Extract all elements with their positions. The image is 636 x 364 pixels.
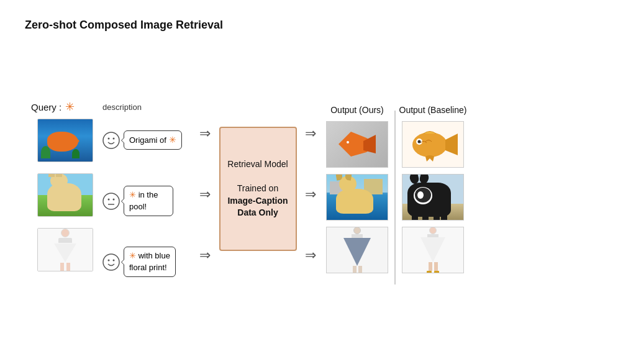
output-ours-image-1 [326, 121, 388, 168]
out-arrow-icon-3: ⇒ [305, 247, 316, 263]
query-text: Query : [31, 102, 61, 112]
main-container: Zero-shot Composed Image Retrieval Query… [0, 0, 636, 364]
output-ours-image-3 [326, 227, 388, 273]
arrow-from-model-2: ⇒ [305, 170, 316, 219]
arrow-to-model-1: ⇒ [199, 109, 211, 158]
arrow-icon-3: ⇒ [199, 247, 211, 263]
model-box: Retrieval Model Trained on Image-Caption… [219, 127, 297, 251]
arrow-to-model-3: ⇒ [199, 230, 211, 280]
svg-point-9 [113, 259, 115, 261]
svg-point-13 [412, 132, 447, 157]
output-ours-image-2 [326, 174, 388, 221]
svg-point-2 [113, 137, 115, 139]
arrow-from-model-3: ⇒ [305, 230, 316, 280]
out-arrow-icon-1: ⇒ [305, 125, 316, 142]
model-label: Retrieval Model [227, 159, 288, 169]
query-image-1 [37, 119, 93, 162]
desc-star-2: ✳ [129, 190, 136, 199]
description-column: description Origami of ✳ [102, 83, 193, 296]
svg-point-4 [108, 198, 110, 200]
query-item-2 [37, 173, 93, 217]
svg-point-3 [103, 193, 119, 209]
speech-bubble-3: ✳ with bluefloral print! [124, 247, 176, 276]
query-image-3 [37, 228, 93, 271]
desc-item-3: ✳ with bluefloral print! [102, 237, 176, 287]
output-baseline-items [402, 121, 464, 273]
diagram: Query : ✳ [25, 44, 611, 334]
desc-item-2: ✳ in thepool! [102, 176, 173, 226]
arrow-to-model-2: ⇒ [199, 170, 211, 219]
cartoon-fish-svg [408, 124, 458, 165]
arrows-from-model: ⇒ ⇒ ⇒ [298, 89, 323, 289]
query-column: Query : ✳ [25, 100, 106, 278]
desc-star-1: ✳ [169, 135, 176, 145]
query-item-1 [37, 119, 93, 162]
smiley-1 [102, 132, 120, 149]
output-ours-items [326, 121, 388, 273]
arrow-from-model-1: ⇒ [305, 109, 316, 158]
model-trained: Trained on [237, 183, 278, 193]
out-arrow-icon-2: ⇒ [305, 186, 316, 202]
origami-fish-svg [335, 129, 379, 160]
output-baseline-label: Output (Baseline) [399, 104, 467, 116]
output-baseline-image-3 [402, 227, 464, 273]
query-label: Query : ✳ [31, 100, 75, 114]
output-ours-label: Output (Ours) [330, 104, 384, 116]
output-baseline-column: Output (Baseline) [399, 104, 467, 273]
query-image-2 [37, 173, 93, 217]
model-data: Image-Caption Data Only [227, 196, 288, 218]
output-baseline-image-2 [402, 174, 464, 221]
arrows-to-model: ⇒ ⇒ ⇒ [193, 89, 217, 289]
output-ours-column: Output (Ours) [323, 104, 391, 273]
query-item-3 [37, 228, 93, 271]
output-baseline-image-1 [402, 121, 464, 168]
arrow-icon-1: ⇒ [199, 125, 211, 142]
desc-star-3: ✳ [129, 251, 136, 260]
model-text: Retrieval Model Trained on Image-Caption… [227, 158, 289, 219]
svg-marker-14 [445, 134, 458, 155]
svg-point-7 [103, 254, 119, 270]
model-column: Retrieval Model Trained on Image-Caption… [217, 127, 298, 251]
query-star-icon: ✳ [65, 100, 75, 114]
smiley-2 [102, 193, 120, 210]
desc-text-1: Origami of [129, 135, 166, 145]
speech-bubble-2: ✳ in thepool! [124, 186, 173, 216]
svg-point-5 [113, 198, 115, 200]
smiley-3 [102, 253, 120, 271]
speech-bubble-1: Origami of ✳ [124, 130, 182, 150]
description-label: description [102, 102, 142, 112]
output-divider [394, 111, 396, 284]
arrow-icon-2: ⇒ [199, 186, 211, 202]
svg-point-12 [347, 141, 349, 143]
desc-item-1: Origami of ✳ [102, 116, 182, 165]
svg-point-1 [108, 137, 110, 139]
svg-point-8 [108, 259, 110, 261]
page-title: Zero-shot Composed Image Retrieval [25, 19, 611, 32]
svg-point-0 [103, 132, 119, 148]
